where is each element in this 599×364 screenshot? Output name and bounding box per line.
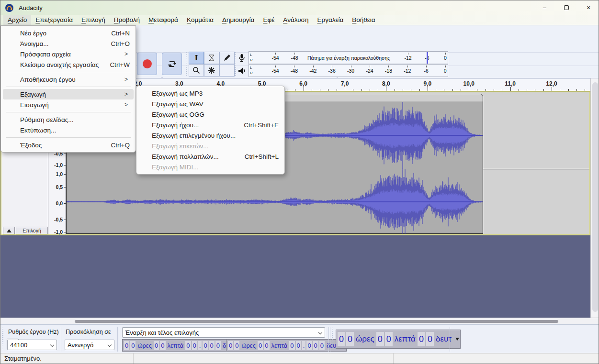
maximize-icon [564, 5, 569, 10]
file-menu-item-label: Εκτύπωση... [20, 127, 56, 134]
file-menu-item-5[interactable]: Αποθήκευση έργου> [3, 74, 134, 85]
export-menu-item-2[interactable]: Εξαγωγή ως OGG [138, 109, 283, 120]
meter-cursor [427, 52, 428, 64]
export-menu-item-7: Εξαγωγή MIDI... [138, 162, 283, 172]
menubar-item-7[interactable]: Εφέ [259, 15, 279, 25]
menubar-item-3[interactable]: Προβολή [110, 15, 144, 25]
time-digit[interactable]: 0 [418, 332, 425, 346]
file-menu-item-7[interactable]: Εξαγωγή> [3, 89, 134, 99]
track-collapse-button[interactable] [3, 227, 15, 234]
vertical-scrollbar-thumb[interactable] [592, 82, 598, 312]
multi-tool-button[interactable] [204, 64, 219, 77]
vertical-scrollbar[interactable] [590, 78, 599, 318]
file-menu-item-13[interactable]: ΈξοδοςCtrl+Q [3, 140, 134, 150]
track-select-button[interactable]: Επιλογή [16, 227, 48, 234]
timeline-tick [287, 89, 287, 91]
time-digit[interactable]: 0 [296, 341, 301, 350]
zoom-tool-button[interactable] [189, 64, 204, 77]
timeline-tick [535, 89, 535, 91]
recording-meter[interactable]: LR -54-48-12-60Πάτημα για έναρξη παρακολ… [249, 51, 448, 64]
snap-to-combo[interactable]: Ανενεργό [65, 340, 114, 350]
file-menu-item-11[interactable]: Εκτύπωση... [3, 125, 134, 135]
file-menu-item-0[interactable]: Νέο έργοCtrl+N [3, 28, 134, 38]
file-menu-item-label: Νέο έργο [20, 30, 46, 37]
menubar-item-9[interactable]: Εργαλεία [313, 15, 348, 25]
export-menu-item-0[interactable]: Εξαγωγή ως MP3 [138, 88, 283, 99]
file-menu-item-label: Αποθήκευση έργου [20, 76, 76, 83]
horizontal-scrollbar-thumb[interactable] [75, 320, 558, 323]
file-menu-item-label: Έξοδος [20, 142, 42, 149]
file-menu-item-10[interactable]: Ρύθμιση σελίδας... [3, 114, 134, 125]
file-menu-item-3[interactable]: Κλείσιμο ανοιχτής εργασίαςCtrl+W [3, 59, 134, 70]
export-menu-item-6[interactable]: Εξαγωγή πολλαπλών...Ctrl+Shift+L [138, 151, 283, 162]
menubar-item-2[interactable]: Επιλογή [77, 15, 110, 25]
record-button[interactable] [137, 53, 157, 75]
time-digit[interactable]: 0 [234, 341, 239, 350]
meter-tick [275, 53, 276, 55]
selection-tool-button[interactable]: I [189, 52, 204, 64]
time-digit[interactable]: 0 [346, 332, 354, 346]
time-digit[interactable]: 0 [319, 341, 325, 350]
meter-tick [332, 66, 332, 67]
timeline-tick [452, 89, 453, 91]
menubar-item-4[interactable]: Μεταφορά [144, 15, 182, 25]
time-digit[interactable]: 0 [385, 332, 393, 346]
time-digit[interactable]: . [302, 341, 306, 350]
menubar-item-10[interactable]: Βοήθεια [348, 15, 379, 25]
time-digit[interactable]: 0 [289, 341, 294, 350]
meter-tick [445, 53, 446, 55]
envelope-tool-button[interactable] [204, 52, 219, 64]
loop-button[interactable] [162, 53, 182, 75]
time-digit[interactable]: 0 [160, 341, 165, 350]
play-meter-speaker-button[interactable] [236, 65, 248, 77]
record-meter-mic-button[interactable] [236, 52, 248, 64]
time-digit[interactable]: 0 [124, 341, 129, 350]
time-digit[interactable]: 0 [376, 332, 384, 346]
menu-separator [6, 72, 131, 72]
draw-tool-button[interactable] [219, 52, 235, 64]
export-menu-item-1[interactable]: Εξαγωγή ως WAV [138, 99, 283, 109]
menubar-item-6[interactable]: Δημιουργία [218, 15, 259, 25]
time-digit[interactable]: 0 [338, 332, 345, 346]
field-format-arrow-icon[interactable] [455, 338, 459, 341]
minimize-button[interactable]: − [533, 0, 555, 15]
meter-tick [294, 66, 294, 67]
menubar-item-8[interactable]: Ανάλυση [279, 15, 313, 25]
time-digit[interactable]: 0 [306, 341, 312, 350]
audio-position-field[interactable]: 00ώρες00λεπτά00δευτ [336, 330, 461, 349]
time-digit[interactable]: 0 [154, 341, 159, 350]
project-rate-combo[interactable]: 44100 [7, 340, 57, 350]
time-digit[interactable]: 0 [203, 341, 208, 350]
menubar-item-1[interactable]: Επεξεργασία [31, 15, 77, 25]
selection-mode-combo[interactable]: Έναρξη και τέλος επιλογής [122, 327, 325, 338]
time-digit[interactable]: 0 [130, 341, 136, 350]
loop-icon [167, 59, 177, 69]
time-digit[interactable]: 0 [313, 341, 318, 350]
timeline-tick [444, 89, 444, 91]
timeline-tick [312, 89, 312, 91]
time-digit[interactable]: 0 [426, 332, 434, 346]
timeline-tick [510, 87, 511, 91]
close-button[interactable]: × [577, 0, 599, 15]
playback-meter[interactable]: LR -54-48-42-36-30-24-18-12-60 [249, 64, 448, 77]
time-digit[interactable]: 0 [192, 341, 197, 350]
file-menu-item-1[interactable]: Άνοιγμα...Ctrl+O [3, 38, 134, 49]
time-digit[interactable]: 0 [258, 341, 263, 350]
time-digit[interactable]: 0 [264, 341, 269, 350]
horizontal-scrollbar[interactable] [0, 318, 599, 324]
time-digit[interactable]: . [198, 341, 202, 350]
time-digit[interactable]: 0 [185, 341, 191, 350]
selection-start-field[interactable]: 00ώρες00λεπτά00.000δευτ [122, 339, 243, 352]
time-digit[interactable]: 0 [215, 341, 221, 350]
timeline-tick [370, 89, 370, 91]
export-menu-item-3[interactable]: Εξαγωγή ήχου...Ctrl+Shift+E [138, 120, 283, 130]
file-menu-item-2[interactable]: Πρόσφατα αρχεία> [3, 49, 134, 59]
export-menu-item-4[interactable]: Εξαγωγή επιλεγμένου ήχου... [138, 130, 283, 141]
menubar-item-0[interactable]: Αρχείο [3, 15, 31, 25]
file-menu-item-8[interactable]: Εισαγωγή> [3, 99, 134, 110]
export-menu-item-label: Εξαγωγή ετικετών... [152, 143, 209, 150]
menubar-item-5[interactable]: Κομμάτια [182, 15, 218, 25]
time-digit[interactable]: 0 [228, 341, 233, 350]
maximize-button[interactable] [555, 0, 577, 15]
time-digit[interactable]: 0 [209, 341, 215, 350]
